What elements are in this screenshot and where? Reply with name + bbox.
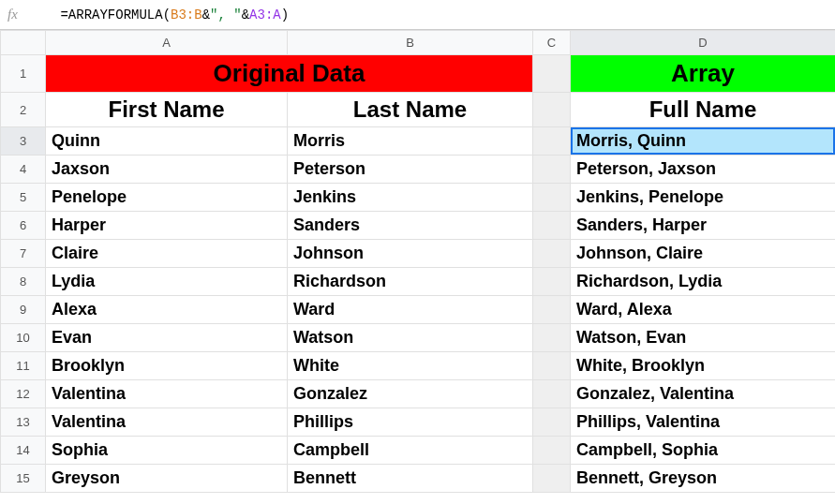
cell-c12[interactable]	[533, 380, 571, 408]
col-header-d[interactable]: D	[571, 31, 836, 55]
cell-d7[interactable]: Johnson, Claire	[571, 240, 836, 268]
formula-bar: fx =ARRAYFORMULA(B3:B&", "&A3:A)	[0, 0, 835, 30]
cell-a15[interactable]: Greyson	[46, 465, 288, 493]
cell-b15[interactable]: Bennett	[288, 465, 533, 493]
row-header-5[interactable]: 5	[1, 184, 46, 212]
cell-b11[interactable]: White	[288, 352, 533, 380]
cell-d10[interactable]: Watson, Evan	[571, 324, 836, 352]
cell-c4[interactable]	[533, 156, 571, 184]
cell-a8[interactable]: Lydia	[46, 268, 288, 296]
cell-b12[interactable]: Gonzalez	[288, 380, 533, 408]
cell-b3[interactable]: Morris	[288, 127, 533, 156]
row-header-8[interactable]: 8	[1, 268, 46, 296]
cell-c6[interactable]	[533, 212, 571, 240]
row-header-10[interactable]: 10	[1, 324, 46, 352]
row-header-7[interactable]: 7	[1, 240, 46, 268]
row-header-12[interactable]: 12	[1, 380, 46, 408]
cell-c7[interactable]	[533, 240, 571, 268]
cell-d12[interactable]: Gonzalez, Valentina	[571, 380, 836, 408]
row-header-14[interactable]: 14	[1, 437, 46, 465]
cell-c1[interactable]	[533, 55, 571, 93]
cell-d15[interactable]: Bennett, Greyson	[571, 465, 836, 493]
cell-first-name-header[interactable]: First Name	[46, 93, 288, 127]
cell-a3[interactable]: Quinn	[46, 127, 288, 156]
cell-d3[interactable]: Morris, Quinn	[571, 127, 836, 156]
fx-icon[interactable]: fx	[7, 7, 29, 22]
row-header-9[interactable]: 9	[1, 296, 46, 324]
cell-b5[interactable]: Jenkins	[288, 184, 533, 212]
cell-b13[interactable]: Phillips	[288, 408, 533, 437]
cell-c3[interactable]	[533, 127, 571, 156]
cell-a13[interactable]: Valentina	[46, 408, 288, 437]
cell-d11[interactable]: White, Brooklyn	[571, 352, 836, 380]
row-header-11[interactable]: 11	[1, 352, 46, 380]
spreadsheet-grid[interactable]: A B C D 1 Original Data Array 2 First Na…	[0, 30, 835, 493]
cell-c9[interactable]	[533, 296, 571, 324]
cell-b4[interactable]: Peterson	[288, 156, 533, 184]
cell-a14[interactable]: Sophia	[46, 437, 288, 465]
cell-b14[interactable]: Campbell	[288, 437, 533, 465]
cell-c10[interactable]	[533, 324, 571, 352]
cell-a4[interactable]: Jaxson	[46, 156, 288, 184]
cell-d14[interactable]: Campbell, Sophia	[571, 437, 836, 465]
cell-value: Morris, Quinn	[576, 131, 686, 150]
cell-b9[interactable]: Ward	[288, 296, 533, 324]
cell-c8[interactable]	[533, 268, 571, 296]
formula-input[interactable]: =ARRAYFORMULA(B3:B&", "&A3:A)	[29, 0, 289, 37]
col-header-b[interactable]: B	[288, 31, 533, 55]
cell-c5[interactable]	[533, 184, 571, 212]
cell-d9[interactable]: Ward, Alexa	[571, 296, 836, 324]
cell-d6[interactable]: Sanders, Harper	[571, 212, 836, 240]
row-header-13[interactable]: 13	[1, 408, 46, 437]
cell-last-name-header[interactable]: Last Name	[288, 93, 533, 127]
cell-a5[interactable]: Penelope	[46, 184, 288, 212]
col-header-c[interactable]: C	[533, 31, 571, 55]
formula-amp1: &	[202, 7, 210, 22]
formula-amp2: &	[242, 7, 249, 22]
row-header-2[interactable]: 2	[1, 93, 46, 127]
row-header-1[interactable]: 1	[1, 55, 46, 93]
cell-c2[interactable]	[533, 93, 571, 127]
cell-b8[interactable]: Richardson	[288, 268, 533, 296]
cell-c14[interactable]	[533, 437, 571, 465]
cell-a11[interactable]: Brooklyn	[46, 352, 288, 380]
row-header-6[interactable]: 6	[1, 212, 46, 240]
cell-a9[interactable]: Alexa	[46, 296, 288, 324]
row-header-4[interactable]: 4	[1, 156, 46, 184]
cell-original-data-title[interactable]: Original Data	[46, 55, 533, 93]
formula-literal: ", "	[210, 7, 242, 22]
cell-a7[interactable]: Claire	[46, 240, 288, 268]
cell-b10[interactable]: Watson	[288, 324, 533, 352]
cell-d5[interactable]: Jenkins, Penelope	[571, 184, 836, 212]
formula-suffix: )	[281, 7, 289, 22]
cell-b7[interactable]: Johnson	[288, 240, 533, 268]
cell-c11[interactable]	[533, 352, 571, 380]
cell-d8[interactable]: Richardson, Lydia	[571, 268, 836, 296]
cell-a6[interactable]: Harper	[46, 212, 288, 240]
formula-ref-a: A3:A	[249, 7, 281, 22]
cell-a12[interactable]: Valentina	[46, 380, 288, 408]
formula-ref-b: B3:B	[171, 7, 202, 22]
cell-b6[interactable]: Sanders	[288, 212, 533, 240]
formula-prefix: =ARRAYFORMULA(	[60, 7, 171, 22]
row-header-3[interactable]: 3	[1, 127, 46, 156]
cell-array-title[interactable]: Array	[571, 55, 836, 93]
cell-full-name-header[interactable]: Full Name	[571, 93, 836, 127]
cell-c13[interactable]	[533, 408, 571, 437]
cell-a10[interactable]: Evan	[46, 324, 288, 352]
cell-d13[interactable]: Phillips, Valentina	[571, 408, 836, 437]
row-header-15[interactable]: 15	[1, 465, 46, 493]
cell-c15[interactable]	[533, 465, 571, 493]
cell-d4[interactable]: Peterson, Jaxson	[571, 156, 836, 184]
